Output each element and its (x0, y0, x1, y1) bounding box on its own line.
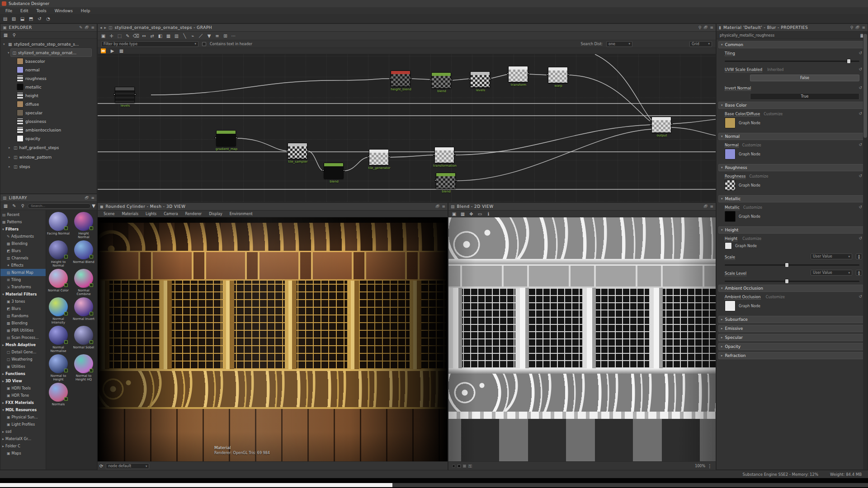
library-item[interactable]: Facing Normal (47, 212, 70, 239)
graph-node-gradient_map[interactable]: gradient_map (216, 130, 236, 146)
swap-icon[interactable]: ⇄ (148, 33, 156, 39)
output-row[interactable]: metallic (1, 83, 97, 91)
view3d-menu-materials[interactable]: Materials (118, 212, 142, 216)
graph-row[interactable]: ▸◫steps (1, 162, 97, 171)
section-specular-header[interactable]: ▸Specular (718, 334, 866, 341)
library-tree-item[interactable]: ▣Maps (0, 450, 46, 457)
package-row[interactable]: ▾ ▦ stylized_ornate_step_ornate_s... (1, 40, 97, 48)
library-item[interactable]: Normal Blend (72, 240, 95, 268)
pan-icon[interactable]: ✥ (467, 211, 475, 217)
library-item[interactable]: Height Normal (72, 212, 95, 239)
library-tree-item[interactable]: ▣Utilities (0, 363, 46, 370)
menu-icon[interactable]: ≡ (862, 25, 865, 30)
library-tree-item[interactable]: ▨Normal Map (0, 269, 46, 276)
library-tree-item[interactable]: ▾MDL Resources (0, 406, 46, 413)
output-row[interactable]: opacity (1, 134, 97, 143)
library-item[interactable]: Normal to Height (47, 354, 70, 382)
graph-node-blend[interactable]: blend (431, 72, 451, 89)
library-tree-item[interactable]: ◩Blurs (0, 305, 46, 312)
float-panel-icon[interactable]: 🗗 (435, 204, 439, 209)
menu-icon[interactable]: ≡ (710, 204, 713, 209)
revert-icon[interactable]: ↺ (859, 51, 862, 55)
library-tree-item[interactable]: ⊞Tiling (0, 276, 46, 283)
channel-source[interactable]: Graph Node (739, 183, 760, 188)
pen-link-icon[interactable]: ／ (197, 33, 205, 39)
revert-icon[interactable]: ↺ (859, 85, 862, 90)
section-common-header[interactable]: ▾Common (718, 41, 866, 48)
channel-source[interactable]: Graph Node (739, 152, 760, 156)
add-node-icon[interactable]: ✛ (108, 33, 115, 39)
library-tree-item[interactable]: ▥Channels (0, 254, 46, 262)
node-type-filter[interactable]: Filter by node type▾ (101, 41, 198, 47)
ao-thumbnail[interactable] (725, 300, 736, 311)
grid-toggle[interactable]: Grid▾ (689, 41, 712, 47)
invert-normal-button[interactable]: True (750, 93, 859, 100)
channel-source[interactable]: Graph Node (739, 215, 760, 219)
video-progress-bar[interactable] (0, 483, 392, 487)
library-tree-item[interactable]: ◩Blurs (0, 247, 46, 254)
float-panel-icon[interactable]: 🗗 (703, 25, 708, 30)
library-tree-item[interactable]: ▦PBR Utilities (0, 327, 46, 334)
library-tree-item[interactable]: ▣3 tones (0, 298, 46, 305)
save-icon[interactable]: ⬓ (19, 15, 26, 22)
display-flat-icon[interactable]: ▥ (173, 33, 180, 39)
graph-canvas[interactable]: levelsgradient_maptile_samplerblendtile_… (98, 54, 716, 202)
menu-icon[interactable]: ≡ (442, 204, 445, 209)
output-row[interactable]: height (1, 91, 97, 100)
library-tree-item[interactable]: ✎Adjustments (0, 233, 46, 240)
channel-thumbnail[interactable] (725, 117, 736, 128)
graph-node-tile_generator[interactable]: tile_generator (369, 149, 389, 165)
channel-thumbnail[interactable] (725, 149, 736, 160)
delete-icon[interactable]: ⌫ (132, 33, 140, 39)
library-item[interactable]: Normal Normalise (47, 326, 70, 353)
link-icon[interactable]: ⚲ (850, 25, 854, 30)
info-icon[interactable]: ℹ (485, 211, 492, 217)
channels-icon[interactable]: ▣ (450, 211, 458, 217)
expander-icon[interactable]: ▾ (3, 42, 6, 46)
refresh-icon[interactable]: ⟳ (99, 464, 103, 469)
help-icon[interactable]: ◔ (44, 15, 52, 22)
library-tree-item[interactable]: ▣HDR Tone (0, 392, 46, 399)
channel-thumbnail[interactable] (725, 180, 736, 191)
float-panel-icon[interactable]: 🗗 (85, 25, 89, 30)
grid-small-icon[interactable]: ▦ (118, 47, 125, 54)
level-mode-select[interactable]: User Value▾ (811, 270, 852, 276)
filter-icon[interactable]: ▼ (92, 203, 95, 208)
level-stepper[interactable]: ▲▼ (856, 270, 862, 276)
align-horizontal-icon[interactable]: ↔ (140, 33, 148, 39)
graph-node-levels[interactable]: levels (470, 71, 490, 88)
height-source[interactable]: Graph Node (735, 244, 757, 248)
library-tree-item[interactable]: ▤Recent (0, 211, 46, 218)
library-tree-item[interactable]: ▸3D View (0, 377, 46, 385)
section-subsurface-header[interactable]: ▸Subsurface (718, 316, 866, 323)
link-icon[interactable]: ⚲ (10, 32, 18, 38)
section-height-header[interactable]: ▾Height (718, 226, 866, 234)
library-tree-item[interactable]: ▣Light Profiles (0, 421, 46, 428)
view3d-menu-environment[interactable]: Environment (226, 212, 256, 216)
view3d-menu-camera[interactable]: Camera (160, 212, 181, 216)
library-tree-item[interactable]: ▸ssd (0, 428, 46, 435)
menu-icon[interactable]: ≡ (710, 25, 713, 30)
channel-thumbnail[interactable] (725, 211, 736, 222)
revert-icon[interactable]: ↺ (859, 111, 862, 116)
library-tree-item[interactable]: ▸Functions (0, 370, 46, 377)
comment-icon[interactable]: ✎ (124, 33, 132, 39)
dropdown-icon[interactable]: ▼ (205, 33, 213, 39)
default-node-select[interactable]: node default▾ (106, 463, 149, 469)
revert-icon[interactable]: ↺ (859, 294, 862, 299)
scale-mode-select[interactable]: User Value▾ (811, 253, 852, 259)
section-header[interactable]: ▾Base Color (718, 102, 866, 109)
graph-node-warp[interactable]: warp (548, 67, 568, 83)
edit-icon[interactable]: ✎ (10, 202, 18, 209)
search-dist-select[interactable]: one▾ (606, 41, 632, 47)
library-item[interactable]: Normal Invert (72, 297, 95, 325)
view3d-menu-display[interactable]: Display (206, 212, 226, 216)
more-icon[interactable]: ⋮ (708, 464, 712, 469)
channel-source[interactable]: Graph Node (739, 121, 760, 125)
library-search-input[interactable] (28, 203, 91, 209)
new-package-icon[interactable]: ▤ (1, 15, 9, 22)
graph-row[interactable]: ▸◫half_gradient_steps (1, 143, 97, 152)
library-item[interactable]: Normal Sobel (72, 326, 95, 353)
section-header[interactable]: ▾Normal (718, 133, 866, 140)
height-level-slider[interactable] (725, 281, 859, 282)
